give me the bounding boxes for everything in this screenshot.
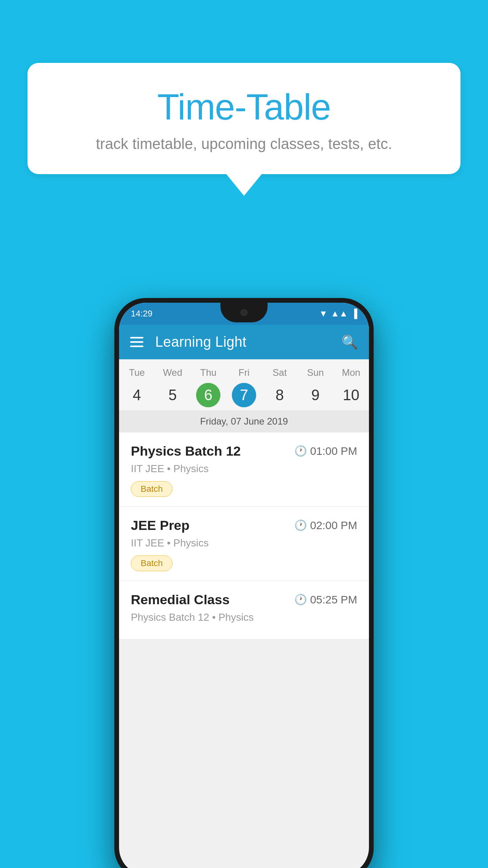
day-number[interactable]: 9 bbox=[303, 383, 328, 407]
status-icons: ▼ ▲▲ ▐ bbox=[319, 309, 357, 319]
calendar-week: Tue4Wed5Thu6Fri7Sat8Sun9Mon10 Friday, 07… bbox=[119, 359, 369, 432]
day-col-sun[interactable]: Sun9 bbox=[297, 367, 333, 407]
day-number[interactable]: 6 bbox=[196, 383, 220, 407]
day-name: Mon bbox=[333, 367, 369, 378]
class-name: JEE Prep bbox=[131, 518, 189, 533]
speech-bubble-arrow bbox=[226, 174, 262, 196]
speech-bubble: Time-Table track timetable, upcoming cla… bbox=[28, 63, 460, 174]
day-number[interactable]: 4 bbox=[125, 383, 149, 407]
status-time: 14:29 bbox=[131, 309, 152, 319]
class-meta: Physics Batch 12 • Physics bbox=[131, 611, 357, 623]
camera-dot bbox=[240, 309, 248, 316]
day-name: Sat bbox=[262, 367, 297, 378]
hamburger-menu-icon[interactable] bbox=[130, 337, 143, 347]
day-name: Thu bbox=[191, 367, 226, 378]
search-icon[interactable]: 🔍 bbox=[341, 334, 358, 350]
day-col-wed[interactable]: Wed5 bbox=[155, 367, 191, 407]
day-name: Fri bbox=[226, 367, 262, 378]
days-row: Tue4Wed5Thu6Fri7Sat8Sun9Mon10 bbox=[119, 359, 369, 410]
battery-icon: ▐ bbox=[351, 309, 357, 319]
day-number[interactable]: 8 bbox=[268, 383, 292, 407]
wifi-icon: ▼ bbox=[319, 309, 328, 319]
day-number[interactable]: 10 bbox=[339, 383, 363, 407]
day-col-fri[interactable]: Fri7 bbox=[226, 367, 262, 407]
day-name: Wed bbox=[155, 367, 191, 378]
clock-icon: 🕐 bbox=[294, 519, 307, 531]
class-item[interactable]: JEE Prep🕐 02:00 PMIIT JEE • PhysicsBatch bbox=[119, 507, 369, 581]
app-bar: Learning Light 🔍 bbox=[119, 325, 369, 359]
class-list: Physics Batch 12🕐 01:00 PMIIT JEE • Phys… bbox=[119, 432, 369, 640]
day-col-tue[interactable]: Tue4 bbox=[119, 367, 155, 407]
class-item[interactable]: Physics Batch 12🕐 01:00 PMIIT JEE • Phys… bbox=[119, 432, 369, 507]
class-name: Remedial Class bbox=[131, 592, 229, 607]
day-col-sat[interactable]: Sat8 bbox=[262, 367, 297, 407]
clock-icon: 🕐 bbox=[294, 445, 307, 457]
class-time: 🕐 01:00 PM bbox=[294, 445, 357, 458]
clock-icon: 🕐 bbox=[294, 594, 307, 606]
class-item[interactable]: Remedial Class🕐 05:25 PMPhysics Batch 12… bbox=[119, 581, 369, 640]
batch-badge: Batch bbox=[131, 555, 172, 571]
speech-bubble-title: Time-Table bbox=[55, 86, 433, 128]
phone-screen: 14:29 ▼ ▲▲ ▐ Learning Light 🔍 Tue4Wed5Th… bbox=[119, 303, 369, 868]
class-time: 🕐 02:00 PM bbox=[294, 519, 357, 532]
signal-icon: ▲▲ bbox=[331, 309, 348, 319]
day-number[interactable]: 7 bbox=[232, 383, 256, 407]
speech-bubble-container: Time-Table track timetable, upcoming cla… bbox=[28, 63, 460, 196]
day-name: Tue bbox=[119, 367, 155, 378]
class-name: Physics Batch 12 bbox=[131, 443, 241, 459]
day-col-thu[interactable]: Thu6 bbox=[191, 367, 226, 407]
batch-badge: Batch bbox=[131, 481, 172, 497]
app-title: Learning Light bbox=[155, 334, 341, 350]
class-meta: IIT JEE • Physics bbox=[131, 463, 357, 475]
day-col-mon[interactable]: Mon10 bbox=[333, 367, 369, 407]
speech-bubble-subtitle: track timetable, upcoming classes, tests… bbox=[55, 136, 433, 153]
selected-date-label: Friday, 07 June 2019 bbox=[119, 410, 369, 432]
phone-frame: 14:29 ▼ ▲▲ ▐ Learning Light 🔍 Tue4Wed5Th… bbox=[114, 298, 374, 868]
day-number[interactable]: 5 bbox=[160, 383, 185, 407]
day-name: Sun bbox=[297, 367, 333, 378]
notch bbox=[220, 303, 268, 322]
class-time: 🕐 05:25 PM bbox=[294, 594, 357, 606]
class-meta: IIT JEE • Physics bbox=[131, 537, 357, 549]
